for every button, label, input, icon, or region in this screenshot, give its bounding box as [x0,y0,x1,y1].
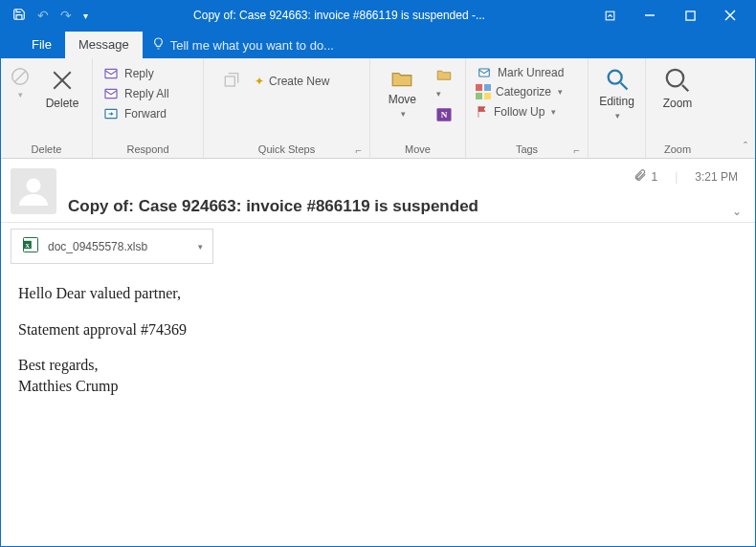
chevron-down-icon: ▾ [18,90,23,99]
chevron-down-icon: ▾ [615,111,620,120]
ribbon-tabs: File Message Tell me what you want to do… [1,30,755,58]
categorize-label: Categorize [496,85,551,98]
reply-button[interactable]: Reply [99,64,185,83]
lightbulb-icon [152,37,165,53]
mark-unread-button[interactable]: Mark Unread [472,64,567,81]
ribbon-collapse-button[interactable] [590,2,629,29]
group-move: Move ▾ ▾ N Move [370,58,466,158]
editing-label: Editing [599,96,634,108]
delete-label: Delete [46,98,79,110]
categorize-button[interactable]: Categorize ▾ [472,82,567,101]
svg-line-23 [682,85,688,91]
maximize-button[interactable] [671,2,709,29]
forward-label: Forward [124,107,167,120]
avatar [11,168,56,214]
paperclip-icon [634,168,647,185]
title-bar: ↶ ↷ ▾ Copy of: Case 924663: invoice #866… [1,1,755,30]
quick-step-icon-button[interactable] [218,70,245,93]
group-respond: Reply Reply All Forward Respond [93,58,204,158]
message-body: Hello Dear valued partner, Statement app… [1,274,755,405]
minimize-button[interactable] [631,2,669,29]
quick-access-toolbar: ↶ ↷ ▾ [7,8,88,24]
tell-me-label: Tell me what you want to do... [170,38,334,53]
mark-unread-label: Mark Unread [498,66,564,79]
reply-all-label: Reply All [124,87,169,100]
chevron-down-icon: ▾ [558,87,563,97]
chevron-down-icon: ▾ [401,109,406,119]
move-button[interactable]: Move ▾ [376,62,429,122]
ribbon: ▾ Delete Delete Reply Reply All [1,58,755,159]
svg-rect-2 [685,11,694,19]
save-icon[interactable] [12,8,26,24]
group-delete-label: Delete [7,142,86,156]
svg-rect-19 [484,93,491,99]
undo-icon: ↶ [37,8,49,23]
message-time: 3:21 PM [695,170,738,184]
body-line-1: Hello Dear valued partner, [18,283,738,304]
group-zoom: Zoom Zoom [646,58,709,158]
svg-text:N: N [440,110,447,120]
svg-rect-0 [606,11,614,20]
ribbon-collapse-icon[interactable]: ˆ [744,141,747,154]
message-subject: Copy of: Case 924663: invoice #866119 is… [68,197,742,216]
delete-button[interactable]: Delete [38,62,86,114]
svg-point-24 [27,179,41,193]
group-editing: Editing ▾ [589,58,646,158]
rules-icon[interactable]: ▾ [434,66,459,99]
svg-rect-18 [476,93,482,99]
attachment-name: doc_09455578.xlsb [48,240,147,253]
svg-text:X: X [25,242,30,249]
excel-icon: X [21,235,40,257]
follow-up-button[interactable]: Follow Up ▾ [472,102,567,121]
message-header: Copy of: Case 924663: invoice #866119 is… [1,159,755,223]
dialog-launcher-icon[interactable]: ⌐ [574,144,580,156]
editing-button[interactable]: Editing ▾ [594,62,639,124]
body-line-3: Best regards, [18,355,738,376]
body-line-2: Statement approval #74369 [18,319,738,340]
sparkle-icon: ✦ [255,75,264,88]
svg-point-20 [608,71,621,84]
group-quicksteps-label: Quick Steps [210,142,364,156]
svg-rect-17 [484,84,491,91]
group-zoom-label: Zoom [652,142,703,156]
chevron-down-icon: ▾ [551,107,556,117]
group-respond-label: Respond [99,142,197,156]
svg-rect-12 [225,77,234,86]
window-title: Copy of: Case 924663: invoice #866119 is… [88,9,590,22]
tab-message[interactable]: Message [65,32,143,58]
forward-button[interactable]: Forward [99,104,185,123]
svg-line-21 [620,83,627,90]
chevron-down-icon[interactable]: ▾ [198,242,203,252]
group-tags-label: Tags [472,142,582,156]
zoom-label: Zoom [663,98,693,110]
close-button[interactable] [711,2,749,29]
group-delete: ▾ Delete Delete [1,58,93,158]
window-controls [590,2,749,29]
reply-all-button[interactable]: Reply All [99,84,185,103]
follow-up-label: Follow Up [494,105,545,119]
svg-line-6 [14,72,25,82]
group-move-label: Move [376,142,459,156]
create-new-quickstep[interactable]: ✦ Create New [251,73,333,90]
attachments-area: X doc_09455578.xlsb ▾ [1,223,755,274]
group-tags: Mark Unread Categorize ▾ Follow Up ▾ Tag… [466,58,589,158]
expand-header-icon[interactable]: ⌄ [732,205,742,218]
tab-file[interactable]: File [18,32,65,58]
move-label: Move [389,94,416,106]
attachment-count: 1 [651,170,657,184]
attachment-chip[interactable]: X doc_09455578.xlsb ▾ [11,229,213,264]
body-line-4: Matthies Crump [18,376,738,397]
redo-icon: ↷ [60,8,72,23]
create-new-label: Create New [269,75,329,88]
group-quick-steps: ✦ Create New Quick Steps ⌐ [204,58,370,158]
group-editing-label [594,153,639,156]
onenote-icon[interactable]: N [434,105,459,127]
dialog-launcher-icon[interactable]: ⌐ [356,144,362,156]
zoom-button[interactable]: Zoom [652,62,703,114]
reply-label: Reply [124,67,154,80]
ignore-button[interactable]: ▾ [7,62,33,103]
svg-point-22 [667,70,684,87]
tell-me-search[interactable]: Tell me what you want to do... [143,32,344,58]
svg-rect-16 [476,84,482,91]
